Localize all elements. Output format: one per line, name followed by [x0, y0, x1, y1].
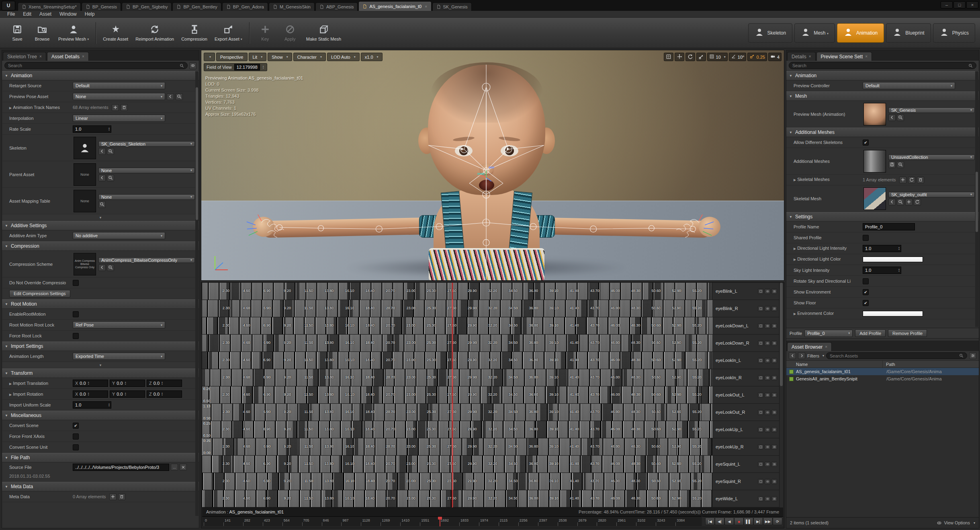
scale-snap-button[interactable]: 0.25 — [747, 53, 767, 61]
track-toggle-icon[interactable] — [758, 496, 763, 501]
document-tab-abp-genesis[interactable]: ABP_Genesis — [315, 2, 358, 11]
mode-button-animation[interactable]: Animation — [837, 23, 884, 43]
track-options-icon[interactable] — [771, 410, 777, 415]
spinner-arrows-icon[interactable]: ▲▼ — [108, 127, 110, 131]
expand-arrow-icon[interactable]: ▶ — [794, 178, 796, 182]
expand-arrow-icon[interactable]: ▶ — [9, 382, 12, 386]
view-options-icon[interactable] — [189, 62, 196, 69]
track-curve[interactable]: 2.304.606.909.2011.5013.8016.1018.4020.7… — [202, 317, 712, 335]
asset-thumbnail[interactable] — [74, 137, 96, 159]
expand-arrow-icon[interactable]: ▶ — [9, 106, 12, 110]
back-icon-button[interactable] — [888, 114, 896, 121]
tab-details[interactable]: Details× — [787, 52, 816, 61]
maximize-button[interactable]: □ — [953, 1, 966, 8]
toolbar-button-reimport-animation[interactable]: Reimport Animation — [132, 23, 178, 43]
section-expander[interactable]: ▾ — [2, 362, 199, 368]
play-reverse-button[interactable]: ◀ — [724, 518, 734, 525]
back-icon-button[interactable] — [98, 264, 106, 271]
floppy-icon-button[interactable] — [888, 161, 896, 168]
document-tab-bp-gen-bentley[interactable]: BP_Gen_Bentley — [172, 2, 221, 11]
asset-thumbnail[interactable] — [863, 103, 886, 125]
search-input[interactable]: Search — [789, 62, 976, 69]
number-field-rate-scale[interactable]: 1.0▲▼ — [73, 125, 111, 133]
asset-dropdown-sk-genesis[interactable]: SK_Genesis▾ — [888, 107, 975, 113]
expand-arrow-icon[interactable]: ▶ — [794, 258, 796, 261]
magnifier-icon-button[interactable] — [897, 114, 904, 121]
angle-snap-button[interactable]: 10° — [729, 53, 747, 61]
track-toggle-icon[interactable] — [758, 358, 763, 363]
track-options-icon[interactable] — [771, 392, 777, 398]
viewport-button-perspective[interactable]: Perspective — [216, 53, 247, 61]
document-tab-bp-genesis[interactable]: BP_Genesis — [82, 2, 121, 11]
track-curve[interactable]: 2.304.606.909.2011.5013.8016.1018.4020.7… — [202, 352, 712, 369]
track-visibility-icon[interactable] — [765, 444, 770, 450]
checkbox-rotate-sky-and-directional-li[interactable] — [863, 278, 869, 284]
plus-icon-button[interactable] — [905, 199, 912, 205]
track-toggle-icon[interactable] — [758, 306, 763, 311]
category-header-additional-meshes[interactable]: ▼Additional Meshes — [786, 127, 979, 137]
menu-edit[interactable]: Edit — [19, 11, 35, 17]
track-curve[interactable]: 2.304.606.909.2011.5013.8016.1018.4020.7… — [202, 300, 712, 317]
track-toggle-icon[interactable] — [758, 444, 763, 450]
minimize-button[interactable]: – — [941, 1, 953, 8]
magnifier-icon-button[interactable] — [897, 199, 904, 205]
timeline-scrollbar[interactable] — [779, 283, 783, 507]
category-header-root-motion[interactable]: ▼Root Motion — [2, 299, 199, 309]
magnifier-icon-button[interactable] — [176, 93, 183, 100]
back-icon-button[interactable] — [888, 199, 896, 205]
plus-icon-button[interactable] — [109, 493, 117, 500]
to-end-button[interactable]: ▶▶ — [763, 518, 773, 525]
back-icon-button[interactable] — [98, 148, 106, 155]
close-button[interactable]: × — [966, 1, 978, 8]
menu-window[interactable]: Window — [55, 11, 81, 17]
track-curve[interactable]: 2.304.606.909.2011.5013.8016.1018.4020.7… — [202, 386, 712, 404]
3d-viewport[interactable]: ▾PerspectiveLit▾Show▾Character▾LOD Auto▾… — [201, 50, 784, 281]
track-toggle-icon[interactable] — [758, 392, 763, 398]
close-icon[interactable]: × — [865, 54, 867, 59]
category-header-additive-settings[interactable]: ▼Additive Settings — [2, 221, 199, 230]
track-options-icon[interactable] — [771, 358, 777, 363]
close-icon[interactable]: × — [425, 4, 427, 9]
asset-thumbnail[interactable]: None — [74, 163, 96, 186]
category-header-animation[interactable]: ▼Animation — [786, 71, 979, 80]
track-options-icon[interactable] — [771, 306, 777, 311]
grid-snap-button[interactable]: 10▾ — [707, 53, 728, 61]
rotate3-button[interactable] — [685, 53, 695, 61]
track-curve[interactable]: 2.304.606.909.2011.5013.8016.1018.4020.7… — [202, 421, 712, 438]
track-options-icon[interactable] — [771, 462, 777, 467]
track-curve[interactable]: 2.304.606.909.2011.5013.8016.1018.4020.7… — [202, 404, 712, 421]
magnifier-icon-button[interactable] — [897, 161, 904, 168]
spinner-arrows-icon[interactable]: ▲▼ — [262, 65, 264, 69]
dropdown-retarget-source[interactable]: Default▾ — [73, 82, 165, 89]
magnifier-icon-button[interactable] — [107, 175, 114, 181]
spinner-arrows-icon[interactable]: ▲▼ — [125, 392, 127, 396]
back-icon-button[interactable] — [167, 93, 174, 100]
number-field-import-uniform-scale[interactable]: 1.0▲▼ — [73, 401, 111, 409]
record-button[interactable]: ● — [734, 518, 744, 525]
track-curve[interactable]: 2.304.606.909.2011.5013.8016.1018.4020.7… — [202, 490, 712, 507]
profile-select[interactable]: Profile_0 ▾ — [804, 330, 853, 337]
toolbar-button-compression[interactable]: Compression — [178, 23, 211, 43]
rotate-icon-button[interactable] — [908, 177, 915, 183]
track-options-icon[interactable] — [771, 479, 777, 484]
checkbox-convert-scene-unit[interactable] — [73, 444, 79, 450]
track-options-icon[interactable] — [771, 444, 777, 450]
track-visibility-icon[interactable] — [765, 289, 770, 294]
back-icon-button[interactable] — [98, 175, 106, 181]
axis-field-z[interactable]: Z0.0▲▼ — [147, 380, 182, 387]
category-header-settings[interactable]: ▼Settings — [786, 212, 979, 222]
track-visibility-icon[interactable] — [765, 358, 770, 363]
track-toggle-icon[interactable] — [758, 427, 763, 432]
mode-button-skeleton[interactable]: Skeleton — [748, 23, 793, 43]
trash-icon-button[interactable] — [917, 177, 924, 183]
timeline-playhead[interactable] — [452, 283, 453, 507]
section-expander[interactable]: ▾ — [2, 214, 199, 221]
loop-button[interactable]: ⟳ — [773, 518, 782, 525]
expand-arrow-icon[interactable]: ▶ — [794, 312, 796, 316]
spinner-arrows-icon[interactable]: ▲▼ — [161, 392, 163, 396]
asset-dropdown-none[interactable]: None▾ — [98, 168, 195, 173]
left-panel-scrollbar[interactable] — [195, 71, 198, 516]
checkbox-allow-different-skeletons[interactable]: ✔ — [863, 140, 869, 146]
track-visibility-icon[interactable] — [765, 341, 770, 346]
dropdown-preview-pose-asset[interactable]: None▾ — [73, 93, 165, 100]
